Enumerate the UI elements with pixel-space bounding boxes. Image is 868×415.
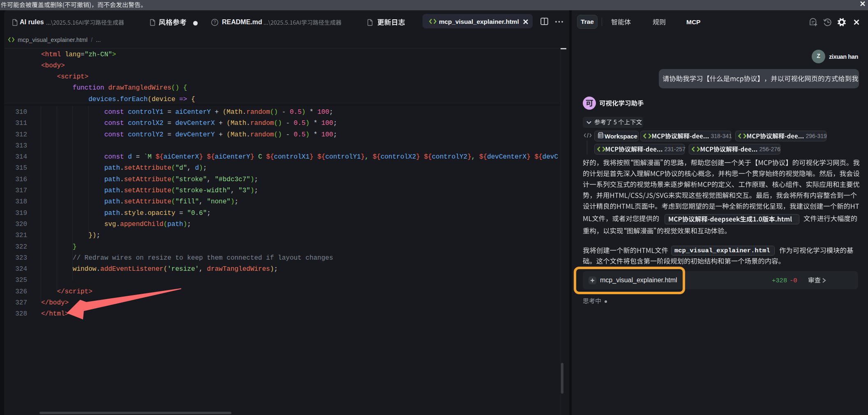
svg-text:?: ? [213,20,216,25]
